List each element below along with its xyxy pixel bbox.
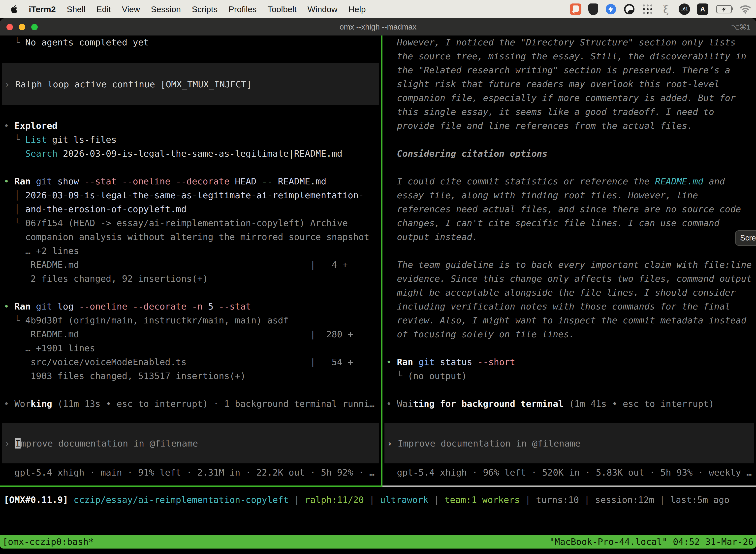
tmux-session-window[interactable]: [omx-cczip0:bash* (0, 537, 94, 547)
terminal-line: … +1901 lines (0, 341, 381, 355)
apple-menu-icon[interactable] (10, 4, 18, 14)
terminal-line: output instead. (382, 230, 756, 244)
injected-prompt-banner: › Ralph loop active continue [OMX_TMUX_I… (2, 63, 379, 105)
menu-shell[interactable]: Shell (67, 4, 85, 14)
terminal-line: 1903 files changed, 513517 insertions(+) (0, 369, 381, 383)
terminal-line (0, 161, 381, 174)
menu-bar-tray: ξ ..61 A (570, 3, 756, 15)
terminal-line: │ 2026-03-09-is-legal-the-same-as-legiti… (0, 188, 381, 202)
menu-items: iTerm2 Shell Edit View Session Scripts P… (29, 4, 366, 14)
terminal-line: review. Also, I might want to inspect th… (382, 314, 756, 327)
terminal-line: … +2 lines (0, 244, 381, 258)
terminal-line: • Ran git show --stat --oneline --decora… (0, 174, 381, 188)
keyboard-layout-icon[interactable]: A (697, 3, 708, 15)
screen-share-icon[interactable] (570, 3, 581, 15)
terminal-line: of focusing solely on file lines. (382, 327, 756, 341)
terminal-line: the "Related research writing" section i… (382, 63, 756, 77)
terminal-line: companion file, especially if more comme… (382, 91, 756, 105)
terminal-line: └ (no output) (382, 369, 756, 383)
terminal-line: • Ran git status --short (382, 355, 756, 369)
agent-status-left: gpt-5.4 xhigh · main · 91% left · 2.31M … (0, 466, 375, 480)
menu-edit[interactable]: Edit (97, 4, 111, 14)
window-title: omx --xhigh --madmax (0, 22, 756, 32)
terminal-line: companion analysis without altering the … (0, 230, 381, 244)
menu-bar: iTerm2 Shell Edit View Session Scripts P… (0, 0, 756, 18)
terminal-line (382, 161, 756, 174)
battery-icon[interactable] (715, 3, 733, 15)
terminal-line: │ and-the-erosion-of-copyleft.md (0, 202, 381, 216)
squiggle-icon[interactable]: ξ (660, 3, 672, 15)
terminal-line: • Working (11m 13s • esc to interrupt) ·… (0, 397, 381, 411)
terminal-line: • Explored (0, 119, 381, 133)
terminal-line (0, 286, 381, 299)
terminal-line: • Ran git log --oneline --decorate -n 5 … (0, 299, 381, 314)
shield-grid-icon[interactable] (588, 3, 598, 15)
menu-view[interactable]: View (122, 4, 140, 14)
menu-scripts[interactable]: Scripts (192, 4, 217, 14)
terminal-line: • Waiting for background terminal (1m 41… (382, 397, 756, 411)
terminal-line: references need actual files, and since … (382, 202, 756, 216)
terminal-line (0, 49, 381, 63)
pane-right-scrollback: However, I noticed the "Directory Struct… (382, 36, 756, 411)
menu-help[interactable]: Help (349, 4, 366, 14)
pane-bottom-border-inactive (382, 486, 756, 487)
menu-session[interactable]: Session (151, 4, 181, 14)
terminal-line: the source tree, missing the essay. Stil… (382, 49, 756, 63)
terminal-line: evidence. Since this change only affects… (382, 272, 756, 286)
omx-status-line: [OMX#0.11.9] cczip/essay/ai-reimplementa… (0, 493, 756, 507)
window-shortcut-badge: ⌥⌘1 (731, 23, 751, 31)
terminal-line (382, 244, 756, 258)
terminal-line: changes, I can't cite specific file line… (382, 216, 756, 230)
tmux-host-clock: "MacBook-Pro-44.local" 04:52 31-Mar-26 (549, 537, 756, 547)
terminal-line: └ List git ls-files (0, 133, 381, 147)
wifi-icon[interactable] (740, 3, 751, 15)
terminal-line: └ 067f154 (HEAD -> essay/ai-reimplementa… (0, 216, 381, 230)
terminal-line: including verification notes with those … (382, 299, 756, 314)
terminal-line: this single essay, it seems like a good … (382, 105, 756, 119)
battery-percent-badge[interactable]: ..61 (679, 3, 690, 15)
terminal-line: └ No agents completed yet (0, 36, 381, 49)
terminal-pane-left[interactable]: └ No agents completed yet› Ralph loop ac… (0, 36, 381, 486)
terminal-line: provide file and line references from th… (382, 119, 756, 133)
agent-status-right: gpt-5.4 xhigh · 96% left · 520K in · 5.8… (382, 466, 752, 480)
tmux-status-bar: [omx-cczip0:bash* "MacBook-Pro-44.local"… (0, 535, 756, 549)
terminal-line: However, I noticed the "Directory Struct… (382, 36, 756, 49)
terminal-line: slight risk that future readers may over… (382, 77, 756, 91)
lightning-badge-icon[interactable] (605, 3, 617, 15)
terminal-line: README.md | 280 + (0, 327, 381, 341)
screen-share-overlay-chip[interactable]: Scre (736, 231, 756, 245)
pane-bottom-border-active (0, 486, 382, 487)
terminal-line: src/voice/voiceModeEnabled.ts | 54 + (0, 355, 381, 369)
terminal-line (0, 105, 381, 119)
terminal-line: The team guideline is to back every impo… (382, 258, 756, 272)
terminal-line (382, 133, 756, 147)
terminal-pane-right[interactable]: However, I noticed the "Directory Struct… (382, 36, 756, 486)
terminal-line: README.md | 4 + (0, 258, 381, 272)
terminal-line: Considering citation options (382, 147, 756, 161)
terminal-line: might be acceptable alongside the file l… (382, 286, 756, 299)
desktop: iTerm2 Shell Edit View Session Scripts P… (0, 0, 756, 554)
terminal-line: └ 4b9d30f (origin/main, instructkr/main,… (0, 314, 381, 327)
menu-profiles[interactable]: Profiles (229, 4, 256, 14)
terminal-line: essay file, along with finding root file… (382, 188, 756, 202)
pane-left-scrollback: └ No agents completed yet› Ralph loop ac… (0, 36, 381, 411)
menu-toolbelt[interactable]: Toolbelt (268, 4, 297, 14)
menu-iterm2[interactable]: iTerm2 (29, 4, 56, 14)
menu-window[interactable]: Window (308, 4, 337, 14)
prompt-input-right[interactable]: › Improve documentation in @filename (384, 423, 754, 463)
screen-share-overlay-label: Scre (740, 233, 756, 242)
terminal-line: I could cite commit statistics or refere… (382, 174, 756, 188)
moon-circle-icon[interactable] (624, 3, 635, 15)
terminal-line (382, 383, 756, 397)
terminal-line: Search 2026-03-09-is-legal-the-same-as-l… (0, 147, 381, 161)
terminal-line (382, 341, 756, 355)
dots-grid-icon[interactable] (642, 3, 653, 15)
window-title-bar: omx --xhigh --madmax ⌥⌘1 (0, 18, 756, 36)
prompt-input-left[interactable]: › Improve documentation in @filename (2, 423, 379, 463)
terminal-line (0, 383, 381, 397)
terminal-line: 2 files changed, 92 insertions(+) (0, 272, 381, 286)
